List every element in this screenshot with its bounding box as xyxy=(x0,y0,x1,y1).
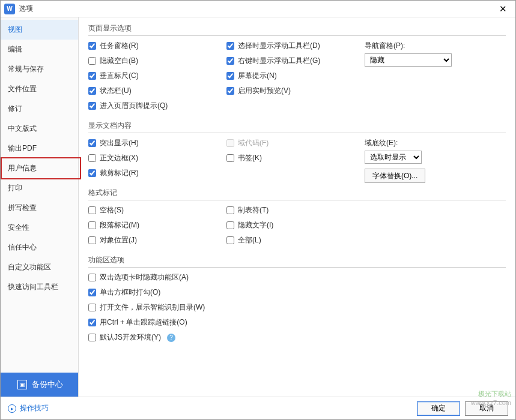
sidebar: 视图编辑常规与保存文件位置修订中文版式输出PDF用户信息打印拼写检查安全性信任中… xyxy=(1,17,79,397)
checkbox[interactable] xyxy=(226,87,234,95)
check-item[interactable]: 用Ctrl + 单击跟踪超链接(O) xyxy=(88,317,506,328)
check-item[interactable]: 右键时显示浮动工具栏(G) xyxy=(226,56,365,66)
sidebar-item[interactable]: 常规与保存 xyxy=(1,59,78,79)
section-title: 格式标记 xyxy=(88,188,506,200)
check-item[interactable]: 垂直标尺(C) xyxy=(88,71,226,81)
field-shading-select[interactable]: 选取时显示 xyxy=(365,151,422,164)
sidebar-item[interactable]: 用户信息 xyxy=(1,158,78,178)
check-item[interactable]: 屏幕提示(N) xyxy=(226,71,365,81)
sidebar-item[interactable]: 输出PDF xyxy=(1,139,78,158)
checkbox[interactable] xyxy=(226,154,234,162)
checkbox[interactable] xyxy=(88,87,96,95)
checkbox-label: 正文边框(X) xyxy=(100,153,138,163)
check-item[interactable]: 正文边框(X) xyxy=(88,153,226,163)
checkbox[interactable] xyxy=(88,72,96,80)
section-title: 功能区选项 xyxy=(88,255,506,268)
checkbox[interactable] xyxy=(88,236,96,244)
check-item: 域代码(F) xyxy=(226,138,365,148)
check-item[interactable]: 书签(K) xyxy=(226,153,365,163)
check-item[interactable]: 打开文件，展示智能识别目录(W) xyxy=(88,302,506,313)
checkbox[interactable] xyxy=(88,334,96,341)
checkbox[interactable] xyxy=(88,221,96,229)
checkbox-label: 段落标记(M) xyxy=(100,220,139,230)
nav-pane-label: 导航窗格(P): xyxy=(365,41,506,51)
checkbox[interactable] xyxy=(88,304,96,311)
checkbox-label: 单击方框时打勾(O) xyxy=(100,287,160,298)
ok-button[interactable]: 确定 xyxy=(417,401,460,416)
checkbox[interactable] xyxy=(88,57,96,65)
backup-label: 备份中心 xyxy=(32,379,63,390)
checkbox-label: 打开文件，展示智能识别目录(W) xyxy=(100,302,205,313)
dialog-body: 视图编辑常规与保存文件位置修订中文版式输出PDF用户信息打印拼写检查安全性信任中… xyxy=(1,17,515,397)
checkbox-label: 任务窗格(R) xyxy=(100,41,139,51)
checkbox[interactable] xyxy=(88,42,96,50)
tips-link[interactable]: ▸ 操作技巧 xyxy=(8,403,49,413)
backup-icon: ▣ xyxy=(17,380,27,389)
footer: ▸ 操作技巧 确定 取消 xyxy=(1,397,515,419)
checkbox[interactable] xyxy=(88,206,96,214)
checkbox-label: 隐藏空白(B) xyxy=(100,56,138,66)
check-item[interactable]: 单击方框时打勾(O) xyxy=(88,287,506,298)
tips-label: 操作技巧 xyxy=(20,403,49,413)
sidebar-item[interactable]: 中文版式 xyxy=(1,119,78,139)
checkbox-label: 空格(S) xyxy=(100,205,124,215)
sidebar-item[interactable]: 自定义功能区 xyxy=(1,257,78,277)
cancel-button[interactable]: 取消 xyxy=(465,401,508,416)
checkbox-label: 进入页眉页脚提示(Q) xyxy=(100,101,168,111)
app-icon: W xyxy=(4,4,15,14)
checkbox-label: 选择时显示浮动工具栏(D) xyxy=(238,41,320,51)
sidebar-item[interactable]: 拼写检查 xyxy=(1,198,78,218)
check-item[interactable]: 段落标记(M) xyxy=(88,220,226,230)
sidebar-item[interactable]: 安全性 xyxy=(1,218,78,238)
check-item[interactable]: 状态栏(U) xyxy=(88,86,226,96)
checkbox[interactable] xyxy=(226,57,234,65)
check-item[interactable]: 隐藏文字(I) xyxy=(226,220,365,230)
sidebar-item[interactable]: 视图 xyxy=(1,20,78,40)
check-item[interactable]: 启用实时预览(V) xyxy=(226,86,365,96)
check-item[interactable]: 任务窗格(R) xyxy=(88,41,226,51)
checkbox[interactable] xyxy=(88,102,96,110)
check-item[interactable]: 默认JS开发环境(Y)? xyxy=(88,332,506,343)
check-item[interactable]: 全部(L) xyxy=(226,235,365,245)
help-icon[interactable]: ? xyxy=(167,334,175,342)
content-panel: 页面显示选项 任务窗格(R)隐藏空白(B)垂直标尺(C)状态栏(U)进入页眉页脚… xyxy=(79,17,515,397)
checkbox[interactable] xyxy=(88,319,96,326)
sidebar-item[interactable]: 编辑 xyxy=(1,40,78,59)
checkbox[interactable] xyxy=(226,221,234,229)
checkbox[interactable] xyxy=(88,274,96,281)
check-item[interactable]: 空格(S) xyxy=(88,205,226,215)
checkbox-label: 制表符(T) xyxy=(238,205,269,215)
nav-pane-select[interactable]: 隐藏 xyxy=(365,53,452,67)
check-item[interactable]: 隐藏空白(B) xyxy=(88,56,226,66)
check-item[interactable]: 对象位置(J) xyxy=(88,235,226,245)
options-dialog: W 选项 ✕ 视图编辑常规与保存文件位置修订中文版式输出PDF用户信息打印拼写检… xyxy=(0,0,516,420)
checkbox-label: 用Ctrl + 单击跟踪超链接(O) xyxy=(100,317,187,328)
checkbox[interactable] xyxy=(226,206,234,214)
backup-center-button[interactable]: ▣ 备份中心 xyxy=(1,373,78,397)
check-item[interactable]: 进入页眉页脚提示(Q) xyxy=(88,101,226,111)
sidebar-item[interactable]: 文件位置 xyxy=(1,79,78,99)
checkbox-label: 状态栏(U) xyxy=(100,86,132,96)
checkbox[interactable] xyxy=(88,289,96,296)
check-item[interactable]: 制表符(T) xyxy=(226,205,365,215)
titlebar: W 选项 ✕ xyxy=(1,1,515,17)
checkbox[interactable] xyxy=(226,72,234,80)
check-item[interactable]: 突出显示(H) xyxy=(88,138,226,148)
checkbox-label: 全部(L) xyxy=(238,235,261,245)
checkbox[interactable] xyxy=(88,169,96,177)
close-icon[interactable]: ✕ xyxy=(494,4,512,14)
sidebar-item[interactable]: 快速访问工具栏 xyxy=(1,277,78,297)
sidebar-item[interactable]: 修订 xyxy=(1,99,78,119)
checkbox[interactable] xyxy=(88,139,96,147)
checkbox[interactable] xyxy=(88,154,96,162)
sidebar-item[interactable]: 打印 xyxy=(1,178,78,198)
check-item[interactable]: 双击选项卡时隐藏功能区(A) xyxy=(88,272,506,283)
section-page-display: 页面显示选项 任务窗格(R)隐藏空白(B)垂直标尺(C)状态栏(U)进入页眉页脚… xyxy=(88,23,506,116)
check-item[interactable]: 选择时显示浮动工具栏(D) xyxy=(226,41,365,51)
sidebar-item[interactable]: 信任中心 xyxy=(1,238,78,257)
checkbox-label: 默认JS开发环境(Y) xyxy=(100,332,161,343)
check-item[interactable]: 裁剪标记(R) xyxy=(88,168,226,178)
checkbox[interactable] xyxy=(226,236,234,244)
checkbox[interactable] xyxy=(226,42,234,50)
font-substitution-button[interactable]: 字体替换(O)... xyxy=(365,169,425,183)
